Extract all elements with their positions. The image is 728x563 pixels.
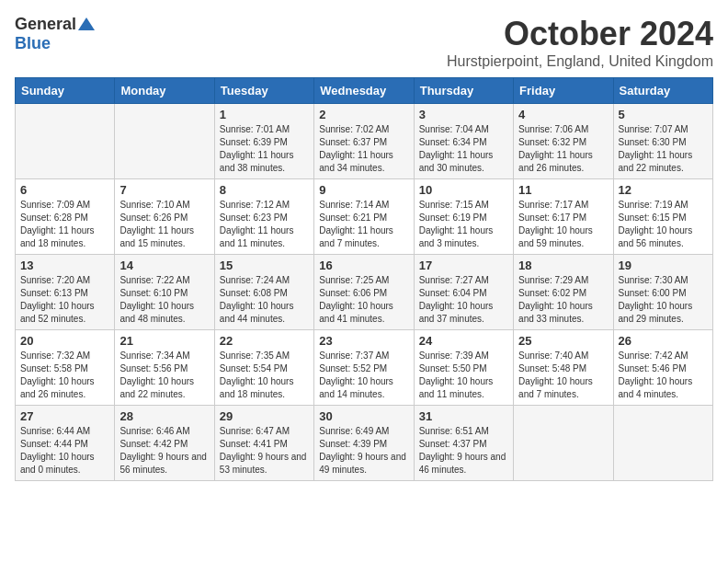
calendar-cell: 11Sunrise: 7:17 AM Sunset: 6:17 PM Dayli… (514, 179, 613, 255)
calendar-week-row: 20Sunrise: 7:32 AM Sunset: 5:58 PM Dayli… (16, 330, 713, 406)
calendar-cell: 24Sunrise: 7:39 AM Sunset: 5:50 PM Dayli… (414, 330, 513, 406)
logo-general-text: General (15, 15, 76, 34)
day-number: 19 (619, 259, 708, 272)
day-info: Sunrise: 7:40 AM Sunset: 5:48 PM Dayligh… (518, 350, 608, 401)
day-number: 18 (518, 259, 608, 272)
calendar-cell (115, 104, 214, 179)
calendar-cell: 18Sunrise: 7:29 AM Sunset: 6:02 PM Dayli… (514, 255, 613, 330)
day-number: 14 (119, 259, 209, 272)
day-info: Sunrise: 7:12 AM Sunset: 6:23 PM Dayligh… (220, 199, 309, 250)
day-number: 22 (220, 334, 309, 348)
calendar-cell: 3Sunrise: 7:04 AM Sunset: 6:34 PM Daylig… (414, 104, 513, 179)
calendar-cell (613, 406, 712, 481)
day-number: 23 (319, 334, 408, 348)
title-area: October 2024 Hurstpierpoint, England, Un… (447, 15, 713, 70)
calendar-cell: 14Sunrise: 7:22 AM Sunset: 6:10 PM Dayli… (115, 255, 214, 330)
svg-marker-0 (78, 17, 95, 30)
calendar-cell: 25Sunrise: 7:40 AM Sunset: 5:48 PM Dayli… (514, 330, 613, 406)
day-info: Sunrise: 7:19 AM Sunset: 6:15 PM Dayligh… (619, 199, 708, 250)
day-info: Sunrise: 7:10 AM Sunset: 6:26 PM Dayligh… (119, 199, 209, 250)
day-number: 31 (419, 409, 508, 423)
calendar-cell: 15Sunrise: 7:24 AM Sunset: 6:08 PM Dayli… (214, 255, 313, 330)
calendar-cell: 27Sunrise: 6:44 AM Sunset: 4:44 PM Dayli… (16, 406, 115, 481)
day-info: Sunrise: 7:17 AM Sunset: 6:17 PM Dayligh… (518, 199, 608, 250)
calendar-week-row: 1Sunrise: 7:01 AM Sunset: 6:39 PM Daylig… (16, 104, 713, 179)
day-info: Sunrise: 6:44 AM Sunset: 4:44 PM Dayligh… (20, 425, 109, 477)
day-of-week-header: Friday (514, 78, 613, 104)
day-info: Sunrise: 6:51 AM Sunset: 4:37 PM Dayligh… (419, 425, 508, 477)
calendar-week-row: 13Sunrise: 7:20 AM Sunset: 6:13 PM Dayli… (16, 255, 713, 330)
page-header: General Blue October 2024 Hurstpierpoint… (15, 15, 713, 70)
day-of-week-header: Saturday (613, 78, 712, 104)
day-number: 9 (319, 183, 408, 197)
day-info: Sunrise: 7:34 AM Sunset: 5:56 PM Dayligh… (119, 350, 209, 401)
calendar-cell: 7Sunrise: 7:10 AM Sunset: 6:26 PM Daylig… (115, 179, 214, 255)
day-number: 1 (220, 108, 309, 121)
calendar-cell: 13Sunrise: 7:20 AM Sunset: 6:13 PM Dayli… (16, 255, 115, 330)
calendar-cell: 1Sunrise: 7:01 AM Sunset: 6:39 PM Daylig… (214, 104, 313, 179)
calendar-cell: 4Sunrise: 7:06 AM Sunset: 6:32 PM Daylig… (514, 104, 613, 179)
day-number: 12 (619, 183, 708, 197)
calendar-cell: 30Sunrise: 6:49 AM Sunset: 4:39 PM Dayli… (314, 406, 414, 481)
calendar-cell: 31Sunrise: 6:51 AM Sunset: 4:37 PM Dayli… (414, 406, 513, 481)
day-number: 17 (419, 259, 508, 272)
day-number: 10 (419, 183, 508, 197)
day-number: 8 (220, 183, 309, 197)
day-info: Sunrise: 7:27 AM Sunset: 6:04 PM Dayligh… (419, 274, 508, 326)
logo-icon (78, 16, 95, 32)
day-info: Sunrise: 7:01 AM Sunset: 6:39 PM Dayligh… (220, 123, 309, 175)
calendar-cell: 12Sunrise: 7:19 AM Sunset: 6:15 PM Dayli… (613, 179, 712, 255)
day-number: 20 (20, 334, 109, 348)
calendar-table: SundayMondayTuesdayWednesdayThursdayFrid… (15, 77, 713, 481)
day-number: 26 (619, 334, 708, 348)
day-number: 30 (319, 409, 408, 423)
day-info: Sunrise: 6:46 AM Sunset: 4:42 PM Dayligh… (119, 425, 209, 477)
day-number: 21 (119, 334, 209, 348)
day-number: 25 (518, 334, 608, 348)
calendar-cell: 17Sunrise: 7:27 AM Sunset: 6:04 PM Dayli… (414, 255, 513, 330)
day-info: Sunrise: 7:09 AM Sunset: 6:28 PM Dayligh… (20, 199, 109, 250)
calendar-cell: 21Sunrise: 7:34 AM Sunset: 5:56 PM Dayli… (115, 330, 214, 406)
day-number: 6 (20, 183, 109, 197)
day-info: Sunrise: 7:32 AM Sunset: 5:58 PM Dayligh… (20, 350, 109, 401)
day-info: Sunrise: 7:14 AM Sunset: 6:21 PM Dayligh… (319, 199, 408, 250)
day-info: Sunrise: 7:30 AM Sunset: 6:00 PM Dayligh… (619, 274, 708, 326)
day-info: Sunrise: 7:22 AM Sunset: 6:10 PM Dayligh… (119, 274, 209, 326)
calendar-cell: 2Sunrise: 7:02 AM Sunset: 6:37 PM Daylig… (314, 104, 414, 179)
day-number: 7 (119, 183, 209, 197)
calendar-cell: 10Sunrise: 7:15 AM Sunset: 6:19 PM Dayli… (414, 179, 513, 255)
calendar-cell: 28Sunrise: 6:46 AM Sunset: 4:42 PM Dayli… (115, 406, 214, 481)
day-info: Sunrise: 7:37 AM Sunset: 5:52 PM Dayligh… (319, 350, 408, 401)
calendar-cell (16, 104, 115, 179)
calendar-cell: 22Sunrise: 7:35 AM Sunset: 5:54 PM Dayli… (214, 330, 313, 406)
day-info: Sunrise: 7:20 AM Sunset: 6:13 PM Dayligh… (20, 274, 109, 326)
location-title: Hurstpierpoint, England, United Kingdom (447, 53, 713, 70)
calendar-cell: 29Sunrise: 6:47 AM Sunset: 4:41 PM Dayli… (214, 406, 313, 481)
day-info: Sunrise: 6:47 AM Sunset: 4:41 PM Dayligh… (220, 425, 309, 477)
calendar-week-row: 6Sunrise: 7:09 AM Sunset: 6:28 PM Daylig… (16, 179, 713, 255)
day-number: 15 (220, 259, 309, 272)
day-info: Sunrise: 7:24 AM Sunset: 6:08 PM Dayligh… (220, 274, 309, 326)
day-of-week-header: Sunday (16, 78, 115, 104)
day-info: Sunrise: 7:15 AM Sunset: 6:19 PM Dayligh… (419, 199, 508, 250)
day-number: 29 (220, 409, 309, 423)
day-info: Sunrise: 7:04 AM Sunset: 6:34 PM Dayligh… (419, 123, 508, 175)
day-of-week-header: Thursday (414, 78, 513, 104)
day-of-week-header: Tuesday (214, 78, 313, 104)
month-title: October 2024 (447, 15, 713, 53)
calendar-header-row: SundayMondayTuesdayWednesdayThursdayFrid… (16, 78, 713, 104)
day-number: 2 (319, 108, 408, 121)
day-info: Sunrise: 7:42 AM Sunset: 5:46 PM Dayligh… (619, 350, 708, 401)
day-number: 13 (20, 259, 109, 272)
day-number: 11 (518, 183, 608, 197)
calendar-cell: 5Sunrise: 7:07 AM Sunset: 6:30 PM Daylig… (613, 104, 712, 179)
day-number: 28 (119, 409, 209, 423)
day-info: Sunrise: 7:35 AM Sunset: 5:54 PM Dayligh… (220, 350, 309, 401)
day-info: Sunrise: 7:02 AM Sunset: 6:37 PM Dayligh… (319, 123, 408, 175)
day-info: Sunrise: 6:49 AM Sunset: 4:39 PM Dayligh… (319, 425, 408, 477)
calendar-cell: 23Sunrise: 7:37 AM Sunset: 5:52 PM Dayli… (314, 330, 414, 406)
day-number: 3 (419, 108, 508, 121)
calendar-cell (514, 406, 613, 481)
calendar-cell: 8Sunrise: 7:12 AM Sunset: 6:23 PM Daylig… (214, 179, 313, 255)
day-info: Sunrise: 7:39 AM Sunset: 5:50 PM Dayligh… (419, 350, 508, 401)
